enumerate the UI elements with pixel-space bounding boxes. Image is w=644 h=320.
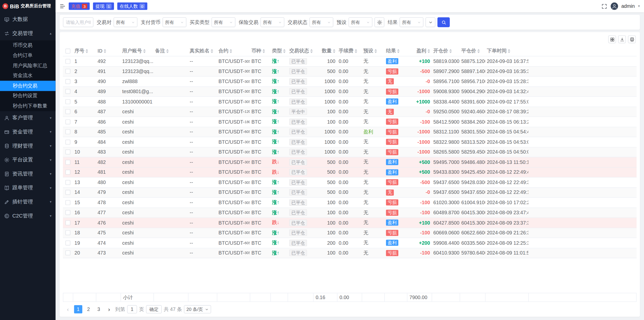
download-tool-button[interactable]: [618, 35, 626, 43]
sort-icon[interactable]: [230, 49, 232, 53]
jump-page-input[interactable]: [127, 305, 137, 313]
menu-toggle-icon[interactable]: [60, 3, 65, 9]
sort-icon[interactable]: [428, 49, 430, 53]
col-header-0[interactable]: 序号: [73, 47, 96, 54]
col-header-6[interactable]: 币种: [250, 47, 270, 54]
col-header-2[interactable]: 用户账号: [120, 47, 153, 54]
filter-settings-button[interactable]: [375, 17, 384, 27]
col-header-9[interactable]: 数量: [313, 47, 337, 54]
col-header-7[interactable]: 类型: [270, 47, 288, 54]
col-header-3[interactable]: 备注: [153, 47, 188, 54]
filter-3-select[interactable]: 所有: [260, 17, 284, 27]
sort-icon[interactable]: [477, 49, 480, 53]
row-checkbox[interactable]: [65, 59, 70, 64]
row-checkbox[interactable]: [65, 240, 70, 245]
submenu-item-6[interactable]: 秒合约下单数量: [0, 101, 56, 111]
sidebar-item-7[interactable]: 跟单管理▾: [0, 181, 56, 195]
result-select[interactable]: 所有: [399, 17, 423, 27]
col-header-11[interactable]: 预设: [362, 47, 384, 54]
submenu-item-5[interactable]: 秒合约设置: [0, 91, 56, 101]
col-header-5[interactable]: 合约: [217, 47, 250, 54]
prev-page-button[interactable]: ‹: [64, 305, 72, 313]
sort-icon[interactable]: [310, 49, 313, 53]
row-checkbox[interactable]: [65, 150, 70, 155]
user-id-input[interactable]: [63, 17, 93, 27]
select-all-checkbox[interactable]: [65, 48, 70, 53]
fullscreen-icon[interactable]: [601, 3, 608, 9]
deposit-button[interactable]: 充值3: [69, 3, 90, 10]
sort-icon[interactable]: [355, 49, 357, 53]
sidebar-item-4[interactable]: 理财管理▾: [0, 139, 56, 153]
filter-0-select[interactable]: 所有: [113, 17, 137, 27]
sidebar-item-8[interactable]: 插针管理▾: [0, 195, 56, 209]
sort-icon[interactable]: [143, 49, 146, 53]
sort-icon[interactable]: [333, 49, 335, 53]
row-checkbox[interactable]: [65, 210, 70, 215]
sort-icon[interactable]: [263, 49, 265, 53]
row-checkbox[interactable]: [65, 139, 70, 145]
sidebar-item-6[interactable]: 资讯管理▾: [0, 167, 56, 181]
next-page-button[interactable]: ›: [105, 305, 113, 313]
sort-icon[interactable]: [508, 49, 510, 53]
sort-icon[interactable]: [283, 49, 286, 53]
row-checkbox[interactable]: [65, 109, 70, 114]
sort-icon[interactable]: [375, 49, 377, 53]
user-caret-icon[interactable]: ▾: [638, 4, 640, 8]
row-checkbox[interactable]: [65, 170, 70, 175]
row-checkbox[interactable]: [65, 119, 70, 124]
search-button[interactable]: [437, 17, 450, 27]
row-checkbox[interactable]: [65, 79, 70, 84]
row-checkbox[interactable]: [65, 180, 70, 185]
filter-5-select[interactable]: 所有: [349, 17, 373, 27]
sidebar-item-1[interactable]: 交易管理▴: [0, 26, 56, 41]
filter-2-select[interactable]: 所有: [212, 17, 235, 27]
user-name[interactable]: admin: [621, 3, 635, 9]
sort-icon[interactable]: [449, 49, 452, 53]
col-header-14[interactable]: 开仓价: [432, 47, 460, 54]
col-header-16[interactable]: 下单时间: [485, 47, 529, 54]
row-checkbox[interactable]: [65, 129, 70, 134]
submenu-item-1[interactable]: 合约订单: [0, 50, 56, 60]
withdraw-button[interactable]: 提现1: [93, 3, 114, 10]
col-header-1[interactable]: ID: [96, 48, 120, 54]
filter-1-select[interactable]: 所有: [163, 17, 186, 27]
row-checkbox[interactable]: [65, 220, 70, 225]
col-header-15[interactable]: 平仓价: [460, 47, 485, 54]
row-checkbox[interactable]: [65, 99, 70, 104]
sort-icon[interactable]: [211, 49, 213, 53]
col-header-10[interactable]: 手续费: [337, 47, 362, 54]
grid-tool-button[interactable]: [608, 35, 616, 43]
online-button[interactable]: 在线人数0: [117, 3, 147, 10]
row-checkbox[interactable]: [65, 69, 70, 74]
col-header-13[interactable]: 盈利: [407, 47, 432, 54]
more-filters-button[interactable]: [425, 17, 435, 27]
col-header-8[interactable]: 交易状态: [288, 47, 313, 54]
row-checkbox[interactable]: [65, 190, 70, 195]
page-button-2[interactable]: 2: [84, 305, 93, 313]
sidebar-item-3[interactable]: 资金管理▾: [0, 125, 56, 139]
row-checkbox[interactable]: [65, 230, 70, 235]
sort-icon[interactable]: [104, 49, 106, 53]
print-tool-button[interactable]: [628, 35, 636, 43]
jump-confirm-button[interactable]: 确定: [146, 305, 162, 313]
submenu-item-0[interactable]: 币币交易: [0, 40, 56, 50]
page-button-1[interactable]: 1: [74, 305, 82, 313]
row-checkbox[interactable]: [65, 89, 70, 94]
sort-icon[interactable]: [397, 49, 400, 53]
sort-icon[interactable]: [166, 49, 169, 53]
page-button-3[interactable]: 3: [95, 305, 103, 313]
sidebar-item-5[interactable]: 平台设置▾: [0, 153, 56, 167]
avatar[interactable]: [611, 3, 618, 10]
sidebar-item-2[interactable]: 客户管理▾: [0, 111, 56, 125]
col-header-12[interactable]: 结果: [384, 47, 407, 54]
col-header-4[interactable]: 真实姓名: [188, 47, 217, 54]
filter-4-select[interactable]: 所有: [309, 17, 333, 27]
row-checkbox[interactable]: [65, 251, 70, 256]
sidebar-item-0[interactable]: 大数据: [0, 12, 56, 26]
row-checkbox[interactable]: [65, 200, 70, 205]
row-checkbox[interactable]: [65, 160, 70, 165]
sort-icon[interactable]: [86, 49, 88, 53]
page-size-select[interactable]: 20 条/页: [184, 305, 211, 313]
submenu-item-2[interactable]: 用户风险率汇总: [0, 60, 56, 70]
sidebar-item-9[interactable]: C2C管理▾: [0, 209, 56, 223]
